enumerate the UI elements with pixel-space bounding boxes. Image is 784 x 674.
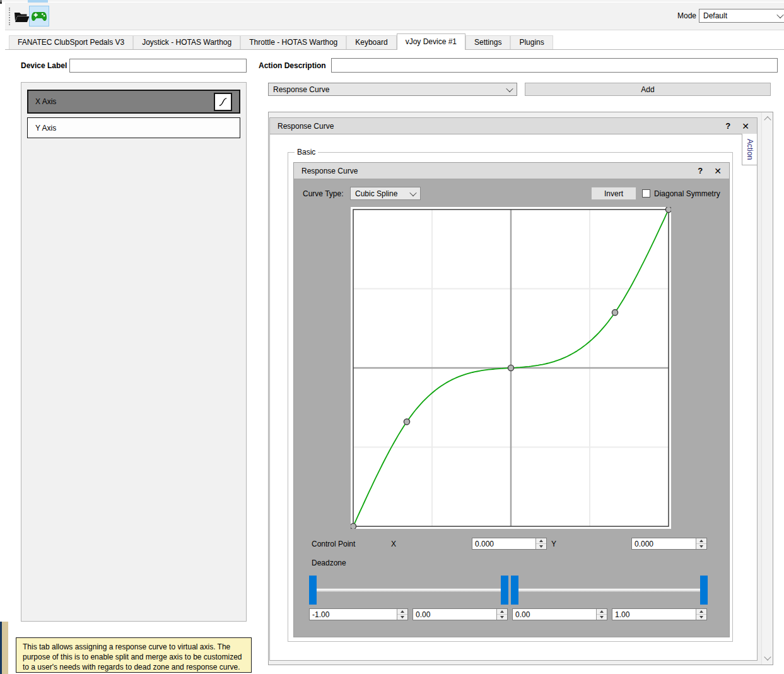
help-button[interactable]: ? [698,166,703,175]
axis-item-y[interactable]: Y Axis [27,117,240,138]
add-action-button[interactable]: Add [525,83,771,96]
tab-vjoy-device-1[interactable]: vJoy Device #1 [397,33,465,50]
close-button[interactable]: ✕ [714,166,722,176]
editor-panel-header: Response Curve ? ✕ [294,163,729,179]
tab-fanatec-clubsport-pedals[interactable]: FANATEC ClubSport Pedals V3 [9,35,133,49]
control-point-x-spinbox[interactable]: 0.000 [472,538,547,550]
response-curve-action-panel: Response Curve ? ✕ Action Basic Response… [269,117,758,661]
device-overview-button[interactable] [29,6,49,27]
device-tabbar: FANATEC ClubSport Pedals V3 Joystick - H… [5,33,784,50]
input-item-list: X Axis Y Axis [21,82,247,622]
action-panel-header: Response Curve ? ✕ [270,118,757,134]
deadzone-slider-right [511,576,708,605]
deadzone-handle-max[interactable] [700,576,708,605]
background-window-strip-tan [2,622,8,674]
response-curve-plot[interactable] [351,207,671,529]
curve-glyph-icon [218,97,228,107]
invert-button[interactable]: Invert [591,187,636,200]
deadzone-handle-min[interactable] [309,576,317,605]
window-top-edge [0,1,784,1]
spin-up-button[interactable] [497,609,507,615]
mode-value: Default [703,11,727,20]
spin-up-button[interactable] [696,609,706,615]
spin-down-button[interactable] [397,615,407,620]
action-type-select[interactable]: Response Curve [268,83,517,96]
deadzone-handle-center-right[interactable] [511,576,518,605]
open-folder-icon [14,10,30,23]
slider-groove[interactable] [511,588,708,592]
action-description-input[interactable] [331,58,778,73]
deadzone-max-spinbox[interactable]: 1.00 [612,608,707,620]
deadzone-center-right-spinbox[interactable]: 0.00 [512,608,607,620]
action-scroll-area: Response Curve ? ✕ Action Basic Response… [268,112,773,665]
deadzone-label: Deadzone [312,559,346,567]
spin-down-button[interactable] [597,615,607,620]
curve-type-value: Cubic Spline [355,189,397,198]
editor-panel-title: Response Curve [301,167,698,175]
scroll-down-icon[interactable] [764,653,771,660]
curve-type-label: Curve Type: [303,189,343,198]
device-label-caption: Device Label [21,61,67,70]
tab-action-vertical[interactable]: Action [742,134,758,165]
scroll-up-icon[interactable] [764,116,771,123]
control-point-x-label: X [391,540,396,548]
deadzone-handle-center-left[interactable] [501,576,508,605]
response-curve-editor-panel: Response Curve ? ✕ Curve Type: Cubic Spl… [293,162,730,637]
curve-type-select[interactable]: Cubic Spline [350,187,421,200]
tab-joystick-hotas-warthog[interactable]: Joystick - HOTAS Warthog [133,35,240,49]
spin-up-button[interactable] [397,609,407,615]
tab-throttle-hotas-warthog[interactable]: Throttle - HOTAS Warthog [240,35,346,49]
slider-groove[interactable] [309,588,508,592]
tab-help-box: This tab allows assigning a response cur… [16,637,252,673]
spin-down-button[interactable] [497,615,507,620]
deadzone-slider-left [309,576,508,605]
chevron-down-icon [506,85,513,92]
basic-groupbox-legend: Basic [295,148,318,157]
control-point-y-label: Y [551,540,556,548]
toolbar-drag-handle[interactable] [9,8,10,25]
editor-panel-body: Curve Type: Cubic Spline Invert Diagonal… [294,179,729,637]
action-description-caption: Action Description [259,61,326,70]
deadzone-center-left-spinbox[interactable]: 0.00 [412,608,508,620]
joystick-gremlin-window: Mode Default FANATEC ClubSport Pedals V3… [0,0,784,674]
tab-keyboard[interactable]: Keyboard [346,35,396,49]
axis-item-x-label: X Axis [35,97,56,106]
toolbar: Mode Default [5,3,784,30]
axis-item-x[interactable]: X Axis [27,90,240,114]
tab-plugins[interactable]: Plugins [510,35,553,49]
close-button[interactable]: ✕ [742,121,749,131]
basic-groupbox: Basic Response Curve ? ✕ Curve Type: Cub… [288,152,733,642]
mode-select[interactable]: Default [699,9,784,23]
spin-up-button[interactable] [536,538,546,544]
spin-down-button[interactable] [536,544,546,549]
diagonal-symmetry-label: Diagonal Symmetry [654,189,720,198]
chevron-down-icon [409,189,416,196]
help-button[interactable]: ? [725,121,730,131]
tab-help-text: This tab allows assigning a response cur… [23,642,242,671]
chevron-down-icon [776,11,783,18]
device-label-input[interactable] [69,59,247,73]
control-point-y-spinbox[interactable]: 0.000 [631,538,707,550]
gamepad-icon [30,10,48,23]
response-curve-badge [214,93,232,111]
control-point-label: Control Point [312,540,355,548]
diagonal-symmetry-checkbox[interactable] [642,189,650,198]
mode-label: Mode [677,11,696,20]
tab-settings[interactable]: Settings [465,35,510,49]
spin-up-button[interactable] [696,538,706,544]
spin-down-button[interactable] [696,615,706,620]
action-panel-title: Response Curve [278,122,725,131]
deadzone-min-spinbox[interactable]: -1.00 [309,608,408,620]
spin-up-button[interactable] [597,609,607,615]
axis-item-y-label: Y Axis [35,124,56,133]
vertical-scrollbar[interactable] [761,112,773,665]
action-type-value: Response Curve [273,85,329,94]
spin-down-button[interactable] [696,544,706,549]
